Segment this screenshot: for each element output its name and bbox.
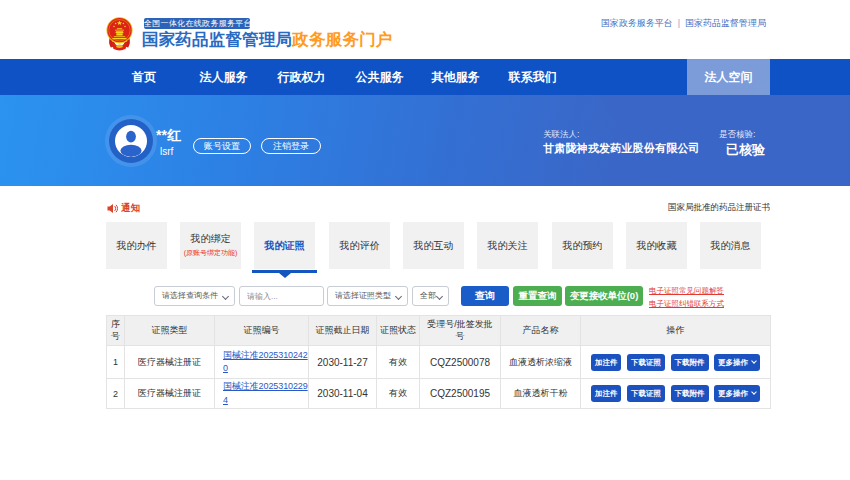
cell-accept-no: CQZ2500195 (420, 379, 501, 409)
certificate-type-select[interactable]: 请选择证照类型 (327, 286, 408, 306)
query-condition-select[interactable]: 请选择查询条件 (154, 286, 235, 306)
download-attachment-button[interactable]: 下载附件 (671, 385, 709, 402)
cell-expire: 2030-11-04 (309, 379, 377, 409)
chevron-down-icon (751, 389, 757, 395)
cert-no-link[interactable]: 国械注准20253102420 (223, 350, 308, 374)
nav-item-contact-us[interactable]: 联系我们 (504, 59, 561, 95)
avatar[interactable] (109, 119, 153, 163)
logout-button[interactable]: 注销登录 (261, 138, 321, 154)
topbar: 全国一体化在线政务服务平台 国家药品监督管理局政务服务门户 国家政务服务平台|国… (0, 0, 850, 59)
top-links-divider: | (678, 18, 680, 28)
table-row: 2 医疗器械注册证 国械注准20253102294 2030-11-04 有效 … (107, 379, 771, 409)
notice-right-text[interactable]: 国家局批准的药品注册证书 (668, 202, 770, 214)
top-links: 国家政务服务平台|国家药品监督管理局 (601, 17, 766, 30)
active-tab-pointer (279, 273, 291, 278)
download-attachment-button[interactable]: 下载附件 (671, 354, 709, 371)
nav-item-legal-person-space[interactable]: 法人空间 (687, 59, 770, 95)
tab-label: 我的办件 (117, 240, 157, 251)
download-cert-button[interactable]: 下载证照 (627, 354, 665, 371)
table-row: 1 医疗器械注册证 国械注准20253102420 2030-11-27 有效 … (107, 346, 771, 379)
col-header-expire: 证照截止日期 (309, 316, 377, 346)
cell-actions: 加注件 下载证照 下载附件 更多操作 (581, 379, 771, 409)
nav-item-other-services[interactable]: 其他服务 (427, 59, 484, 95)
tab-my-binding-subtitle: (原账号绑定功能) (180, 248, 241, 258)
national-emblem-logo (106, 16, 133, 51)
select-value: 全部 (420, 291, 436, 300)
more-actions-label: 更多操作 (718, 389, 748, 398)
col-header-type: 证照类型 (125, 316, 215, 346)
nav-item-public-services[interactable]: 公共服务 (351, 59, 408, 95)
platform-badge: 全国一体化在线政务服务平台 (144, 18, 250, 29)
tab-my-appointments[interactable]: 我的预约 (552, 222, 613, 269)
table-header-row: 序号 证照类型 证照编号 证照截止日期 证照状态 受理号/批签发批号 产品名称 … (107, 316, 771, 346)
reset-query-button[interactable]: 重置查询 (513, 286, 562, 306)
tab-my-messages[interactable]: 我的消息 (700, 222, 761, 269)
cell-cert-no: 国械注准20253102420 (215, 346, 309, 379)
main-nav: 首页 法人服务 行政权力 公共服务 其他服务 联系我们 法人空间 (0, 59, 850, 95)
tab-label: 我的证照 (265, 240, 305, 251)
tab-label: 我的关注 (488, 240, 528, 251)
cell-status: 有效 (377, 379, 420, 409)
query-input[interactable] (239, 286, 324, 306)
nav-item-home[interactable]: 首页 (120, 59, 168, 95)
all-select[interactable]: 全部 (412, 286, 449, 306)
col-header-cert-no: 证照编号 (215, 316, 309, 346)
cell-index: 1 (107, 346, 125, 379)
certificates-table: 序号 证照类型 证照编号 证照截止日期 证照状态 受理号/批签发批号 产品名称 … (106, 315, 770, 409)
cell-product: 血液透析干粉 (501, 379, 581, 409)
tab-my-favorites[interactable]: 我的收藏 (626, 222, 687, 269)
tab-my-items[interactable]: 我的办件 (106, 222, 167, 269)
cert-no-link[interactable]: 国械注准20253102294 (223, 381, 308, 405)
link-national-gov-platform[interactable]: 国家政务服务平台 (601, 18, 673, 28)
faq-link[interactable]: 电子证照常见问题解答 (649, 286, 779, 296)
select-value: 请选择证照类型 (335, 291, 391, 300)
chevron-down-icon (395, 293, 402, 300)
verify-value: 已核验 (726, 141, 765, 159)
cell-status: 有效 (377, 346, 420, 379)
cell-product: 血液透析浓缩液 (501, 346, 581, 379)
chevron-down-icon (222, 293, 229, 300)
tab-label: 我的消息 (711, 240, 751, 251)
download-cert-button[interactable]: 下载证照 (627, 385, 665, 402)
username: **红 (156, 127, 181, 145)
more-actions-button[interactable]: 更多操作 (714, 385, 760, 402)
tab-label: 我的收藏 (637, 240, 677, 251)
annotate-button[interactable]: 加注件 (591, 354, 622, 371)
cell-type: 医疗器械注册证 (125, 346, 215, 379)
cell-index: 2 (107, 379, 125, 409)
tab-my-follows[interactable]: 我的关注 (477, 222, 538, 269)
chevron-down-icon (751, 358, 757, 364)
tab-my-interactions[interactable]: 我的互动 (403, 222, 464, 269)
annotate-button[interactable]: 加注件 (591, 385, 622, 402)
nav-item-admin-power[interactable]: 行政权力 (273, 59, 330, 95)
user-icon (115, 125, 147, 157)
user-banner: **红 lsrf 账号设置 注销登录 关联法人: 甘肃陇神戎发药业股份有限公司 … (0, 95, 850, 186)
col-header-accept-no: 受理号/批签发批号 (420, 316, 501, 346)
col-header-actions: 操作 (581, 316, 771, 346)
change-receiver-button[interactable]: 变更接收单位(0) (565, 286, 643, 306)
account-settings-button[interactable]: 账号设置 (193, 138, 251, 154)
select-value: 请选择查询条件 (162, 291, 218, 300)
cell-expire: 2030-11-27 (309, 346, 377, 379)
verify-label: 是否核验: (719, 129, 755, 141)
notice: 通知 (107, 201, 140, 215)
site-title: 国家药品监督管理局政务服务门户 (142, 29, 393, 49)
col-header-index: 序号 (107, 316, 125, 346)
tab-my-binding[interactable]: 我的绑定(原账号绑定功能) (180, 222, 241, 269)
user-id: lsrf (160, 146, 173, 157)
site-title-accent: 政务服务门户 (292, 30, 392, 48)
correction-link[interactable]: 电子证照纠错联系方式 (649, 299, 779, 309)
tab-my-reviews[interactable]: 我的评价 (329, 222, 390, 269)
page: 全国一体化在线政务服务平台 国家药品监督管理局政务服务门户 国家政务服务平台|国… (0, 0, 850, 480)
tab-label: 我的预约 (563, 240, 603, 251)
cell-cert-no: 国械注准20253102294 (215, 379, 309, 409)
chevron-down-icon (436, 293, 443, 300)
tab-my-certificates[interactable]: 我的证照 (254, 222, 315, 269)
link-nmpa[interactable]: 国家药品监督管理局 (685, 18, 766, 28)
query-button[interactable]: 查询 (461, 286, 509, 306)
nav-item-legal-services[interactable]: 法人服务 (195, 59, 252, 95)
tab-label: 我的评价 (340, 240, 380, 251)
cell-actions: 加注件 下载证照 下载附件 更多操作 (581, 346, 771, 379)
more-actions-button[interactable]: 更多操作 (714, 354, 760, 371)
legal-person-value: 甘肃陇神戎发药业股份有限公司 (543, 141, 700, 156)
